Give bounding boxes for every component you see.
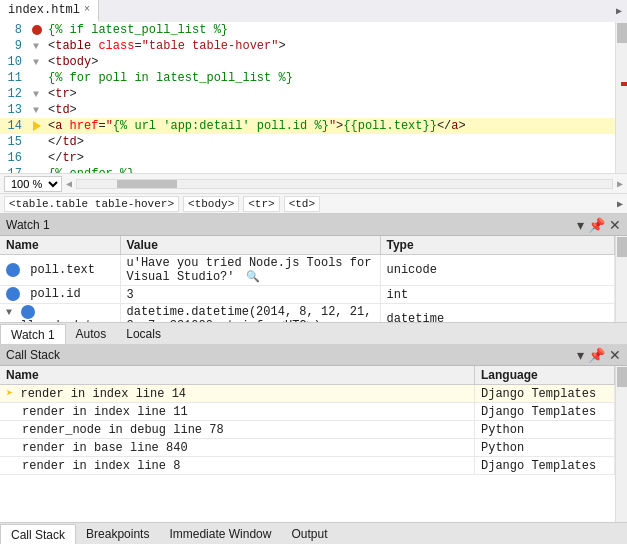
- breadcrumb-td[interactable]: <td>: [284, 196, 320, 212]
- watch-row-pubdate: ▼ poll.pub_date datetime.datetime(2014, …: [0, 304, 615, 323]
- breadcrumb-tbody[interactable]: <tbody>: [183, 196, 239, 212]
- code-line-16: 16 </tr>: [0, 150, 615, 166]
- code-line-11: 11 {% for poll in latest_poll_list %}: [0, 70, 615, 86]
- watch-col-name: Name: [0, 236, 120, 255]
- collapse-9[interactable]: ▼: [33, 41, 39, 52]
- tab-filename: index.html: [8, 3, 80, 17]
- watch-row-polltext: poll.text u'Have you tried Node.js Tools…: [0, 255, 615, 286]
- code-lines-container: 8 {% if latest_poll_list %} 9 ▼ <table c…: [0, 22, 615, 173]
- callstack-dropdown-btn[interactable]: ▾: [577, 348, 584, 362]
- watch-pin-btn[interactable]: 📌: [588, 218, 605, 232]
- callstack-vscroll[interactable]: [615, 366, 627, 522]
- breadcrumb-tr[interactable]: <tr>: [243, 196, 279, 212]
- watch-tab-autos[interactable]: Autos: [66, 324, 117, 344]
- editor-vscroll[interactable]: [615, 22, 627, 173]
- callstack-row-4-name: render in base line 840: [0, 439, 475, 457]
- callstack-row-1: ➤ render in index line 14 Django Templat…: [0, 385, 615, 403]
- editor-vscroll-thumb[interactable]: [617, 23, 627, 43]
- callstack-row-5: render in index line 8 Django Templates: [0, 457, 615, 475]
- watch-panel: Watch 1 ▾ 📌 ✕ Name Value Type: [0, 214, 627, 344]
- callstack-vscroll-thumb[interactable]: [617, 367, 627, 387]
- code-line-15: 15 </td>: [0, 134, 615, 150]
- watch-row-pollid-name: poll.id: [0, 286, 120, 304]
- scroll-right-btn[interactable]: ▶: [617, 178, 623, 190]
- breakpoint-8[interactable]: [32, 25, 42, 35]
- watch-panel-title: Watch 1: [6, 218, 573, 232]
- tab-bar: index.html × ▶: [0, 0, 627, 22]
- breadcrumb-tr-label: <tr>: [248, 198, 274, 210]
- callstack-row-4: render in base line 840 Python: [0, 439, 615, 457]
- callstack-pin-btn[interactable]: 📌: [588, 348, 605, 362]
- watch-vscroll[interactable]: [615, 236, 627, 322]
- bottom-tab-immediate[interactable]: Immediate Window: [159, 524, 281, 544]
- callstack-row-1-lang: Django Templates: [475, 385, 615, 403]
- expand-pubdate-btn[interactable]: ▼: [6, 307, 12, 318]
- callstack-row-2-lang: Django Templates: [475, 403, 615, 421]
- watch-row-pollid-type: int: [380, 286, 615, 304]
- watch-panel-header: Watch 1 ▾ 📌 ✕: [0, 214, 627, 236]
- scrollbar-expand-btn[interactable]: ▶: [611, 0, 627, 22]
- watch-row-pollid: poll.id 3 int: [0, 286, 615, 304]
- editor-statusbar: 100 % ◀ ▶: [0, 173, 627, 193]
- breadcrumb-tbody-label: <tbody>: [188, 198, 234, 210]
- callstack-row-3: render_node in debug line 78 Python: [0, 421, 615, 439]
- callstack-panel-toolbar: ▾ 📌 ✕: [577, 348, 621, 362]
- current-line-arrow: [33, 121, 41, 131]
- watch-tab-watch1[interactable]: Watch 1: [0, 324, 66, 344]
- breadcrumb-table-label: <table.table table-hover>: [9, 198, 174, 210]
- tab-close-button[interactable]: ×: [84, 4, 90, 15]
- scroll-left-btn[interactable]: ◀: [66, 178, 72, 190]
- watch-icon-pubdate: [21, 305, 35, 319]
- collapse-13[interactable]: ▼: [33, 105, 39, 116]
- zoom-select[interactable]: 100 %: [4, 176, 62, 192]
- callstack-row-1-name: ➤ render in index line 14: [0, 385, 475, 403]
- code-line-17: 17 {% endfor %}: [0, 166, 615, 173]
- watch-panel-toolbar: ▾ 📌 ✕: [577, 218, 621, 232]
- callstack-row-3-name: render_node in debug line 78: [0, 421, 475, 439]
- watch-table-container: Name Value Type poll.text u'Have you tri…: [0, 236, 615, 322]
- callstack-table-container: Name Language ➤ render in index line 14 …: [0, 366, 615, 522]
- bottom-tab-callstack[interactable]: Call Stack: [0, 524, 76, 544]
- collapse-12[interactable]: ▼: [33, 89, 39, 100]
- h-scrollbar-thumb[interactable]: [117, 180, 177, 188]
- watch-icon-polltext: [6, 263, 20, 277]
- callstack-panel-title: Call Stack: [6, 348, 573, 362]
- bottom-tab-breakpoints[interactable]: Breakpoints: [76, 524, 159, 544]
- watch-row-pubdate-value: datetime.datetime(2014, 8, 12, 21, 3, 7,…: [120, 304, 380, 323]
- code-editor: 8 {% if latest_poll_list %} 9 ▼ <table c…: [0, 22, 627, 214]
- callstack-row-5-lang: Django Templates: [475, 457, 615, 475]
- watch-row-polltext-name: poll.text: [0, 255, 120, 286]
- callstack-row-2-name: render in index line 11: [0, 403, 475, 421]
- callstack-col-language: Language: [475, 366, 615, 385]
- callstack-row-3-lang: Python: [475, 421, 615, 439]
- callstack-row-2: render in index line 11 Django Templates: [0, 403, 615, 421]
- watch-row-pubdate-name: ▼ poll.pub_date: [0, 304, 120, 323]
- callstack-row-4-lang: Python: [475, 439, 615, 457]
- watch-search-icon-polltext[interactable]: 🔍: [246, 271, 260, 283]
- watch-dropdown-btn[interactable]: ▾: [577, 218, 584, 232]
- code-line-9: 9 ▼ <table class="table table-hover">: [0, 38, 615, 54]
- watch-col-value: Value: [120, 236, 380, 255]
- bottom-tabs: Call Stack Breakpoints Immediate Window …: [0, 522, 627, 544]
- watch-vscroll-thumb[interactable]: [617, 237, 627, 257]
- collapse-10[interactable]: ▼: [33, 57, 39, 68]
- callstack-table: Name Language ➤ render in index line 14 …: [0, 366, 615, 475]
- callstack-row-5-name: render in index line 8: [0, 457, 475, 475]
- callstack-col-name: Name: [0, 366, 475, 385]
- watch-tab-locals[interactable]: Locals: [116, 324, 171, 344]
- watch-row-pubdate-type: datetime: [380, 304, 615, 323]
- editor-tab[interactable]: index.html ×: [0, 0, 99, 22]
- watch-row-pollid-value: 3: [120, 286, 380, 304]
- bottom-tab-output[interactable]: Output: [281, 524, 337, 544]
- breadcrumb-table[interactable]: <table.table table-hover>: [4, 196, 179, 212]
- watch-row-polltext-type: unicode: [380, 255, 615, 286]
- code-line-12: 12 ▼ <tr>: [0, 86, 615, 102]
- current-line-indicator: ➤: [6, 387, 20, 401]
- editor-content: 8 {% if latest_poll_list %} 9 ▼ <table c…: [0, 22, 627, 173]
- watch-row-polltext-value: u'Have you tried Node.js Tools for Visua…: [120, 255, 380, 286]
- callstack-close-btn[interactable]: ✕: [609, 348, 621, 362]
- watch-close-btn[interactable]: ✕: [609, 218, 621, 232]
- watch-col-type: Type: [380, 236, 615, 255]
- h-scrollbar[interactable]: [76, 179, 613, 189]
- breadcrumb-right-arrow[interactable]: ▶: [617, 198, 623, 210]
